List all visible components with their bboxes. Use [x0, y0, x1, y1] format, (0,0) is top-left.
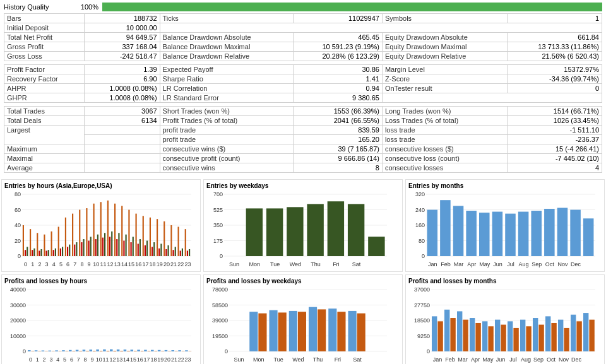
svg-rect-289	[470, 318, 475, 351]
svg-rect-207	[86, 351, 89, 351]
gp-label: Gross Profit	[4, 42, 85, 52]
svg-text:15: 15	[128, 261, 134, 267]
svg-rect-182	[76, 350, 79, 351]
svg-rect-214	[134, 351, 137, 351]
table-row: GHPR 1.0008 (0.08%) LR Standard Error 9 …	[4, 93, 602, 103]
svg-rect-144	[479, 213, 490, 256]
max-wins-label: consecutive wins ($)	[160, 144, 293, 154]
largest-profit-label: profit trade	[160, 126, 293, 135]
svg-rect-192	[144, 350, 147, 351]
largest-profit-value: 839.59	[293, 126, 382, 135]
bars-label: Bars	[4, 14, 85, 23]
svg-text:20: 20	[164, 356, 170, 363]
max-label: Maximum	[4, 144, 85, 154]
svg-text:19: 19	[157, 356, 163, 363]
maximal-loss-label: consecutive loss (count)	[382, 154, 507, 163]
ahpr-value: 1.0008 (0.08%)	[85, 84, 160, 93]
svg-rect-43	[88, 241, 90, 257]
initial-deposit-label: Initial Deposit	[4, 23, 85, 33]
table-row: Total Deals 6134 Profit Trades (% of tot…	[4, 116, 602, 126]
svg-rect-213	[127, 351, 130, 351]
stats-table: Bars 188732 Ticks 11029947 Symbols 1 Ini…	[4, 13, 602, 173]
svg-rect-260	[309, 307, 317, 351]
svg-text:17: 17	[142, 261, 148, 267]
svg-rect-209	[100, 351, 103, 351]
svg-text:Feb: Feb	[441, 261, 451, 267]
svg-rect-67	[90, 237, 92, 256]
svg-rect-46	[109, 237, 110, 256]
ptt-label: Profit Trades (% of total)	[160, 116, 293, 126]
svg-rect-117	[266, 208, 283, 256]
svg-rect-263	[258, 314, 266, 351]
svg-rect-218	[161, 351, 164, 351]
avg-consec-losses-value: 4	[508, 163, 602, 173]
entries-months-title: Entries by months	[408, 182, 602, 189]
svg-text:27750: 27750	[414, 302, 430, 308]
entries-weekdays-title: Entries by weekdays	[206, 182, 400, 189]
svg-rect-26	[136, 214, 137, 256]
svg-rect-19	[86, 208, 87, 256]
charts-bottom-row: Profits and losses by hours 010000200003…	[0, 273, 606, 364]
pnl-hours-svg: 0100002000030000400000123456789101112131…	[4, 287, 194, 363]
svg-text:Apr: Apr	[471, 356, 480, 363]
svg-rect-302	[475, 323, 480, 351]
sr-value: 1.41	[293, 74, 382, 84]
td-value: 6134	[85, 116, 160, 126]
svg-rect-301	[463, 320, 468, 351]
avg-consec-label: Average	[4, 163, 85, 173]
svg-rect-146	[505, 214, 516, 256]
svg-text:22: 22	[178, 356, 184, 363]
ticks-label: Ticks	[160, 14, 293, 23]
svg-rect-180	[62, 350, 65, 351]
svg-rect-293	[520, 320, 525, 351]
quality-value: 100%	[67, 3, 98, 11]
svg-rect-116	[246, 208, 263, 256]
pnl-months-svg: 09250185002775037000JanFebMarAprMayJunJu…	[408, 287, 598, 363]
gl-value: -242 518.47	[85, 52, 160, 61]
svg-rect-211	[114, 351, 117, 351]
svg-text:Sep: Sep	[533, 356, 544, 363]
svg-rect-179	[55, 350, 58, 351]
svg-rect-81	[189, 249, 190, 256]
svg-text:4: 4	[56, 356, 59, 363]
avg-loss-label: loss trade	[382, 135, 507, 144]
svg-rect-59	[33, 249, 35, 256]
svg-rect-310	[576, 321, 581, 351]
avg-profit-value: 165.20	[293, 135, 382, 144]
table-row: Average consecutive wins 8 consecutive l…	[4, 163, 602, 173]
svg-rect-205	[73, 351, 76, 351]
svg-rect-311	[589, 320, 594, 351]
svg-rect-191	[137, 349, 140, 351]
rf-label: Recovery Factor	[4, 74, 85, 84]
ltw-value: 1514 (66.71%)	[508, 107, 602, 116]
svg-text:0: 0	[220, 253, 223, 259]
svg-text:Wed: Wed	[290, 261, 301, 267]
ltw-label: Long Trades (won %)	[382, 107, 507, 116]
ptt-value: 2041 (66.55%)	[293, 116, 382, 126]
svg-text:80: 80	[419, 238, 425, 244]
table-row: Maximal consecutive profit (count) 9 666…	[4, 154, 602, 163]
svg-text:Sun: Sun	[234, 356, 244, 363]
tnp-value: 94 649.57	[85, 33, 160, 42]
bdm-value: 10 591.23 (9.19%)	[293, 42, 382, 52]
svg-text:21: 21	[171, 356, 177, 363]
largest-loss-value: -1 511.10	[508, 126, 602, 135]
svg-rect-290	[482, 321, 487, 351]
svg-rect-50	[138, 244, 139, 256]
ltt-value: 1026 (33.45%)	[508, 116, 602, 126]
svg-rect-17	[72, 214, 73, 256]
svg-text:10: 10	[96, 356, 102, 363]
ghpr-label: GHPR	[4, 93, 85, 103]
svg-text:Nov: Nov	[557, 261, 568, 267]
ticks-value: 11029947	[293, 14, 382, 23]
avg-consec-losses-label: consecutive losses	[382, 163, 507, 173]
svg-rect-217	[155, 351, 158, 351]
svg-rect-15	[58, 226, 59, 256]
svg-rect-27	[143, 216, 144, 256]
svg-text:5: 5	[63, 356, 66, 363]
svg-rect-40	[67, 247, 68, 256]
lrc-value: 0.94	[293, 84, 382, 93]
svg-text:Oct: Oct	[545, 261, 555, 267]
pnl-months-title: Profits and losses by months	[408, 278, 602, 285]
svg-text:3: 3	[49, 356, 52, 363]
